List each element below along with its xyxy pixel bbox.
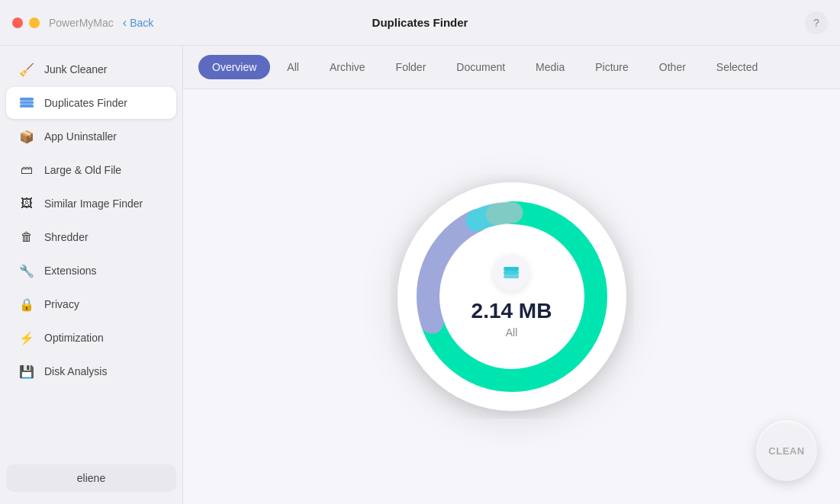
chevron-left-icon: ‹ (123, 16, 127, 30)
sidebar-item-label: Junk Cleaner (44, 63, 108, 75)
minimize-button[interactable] (29, 18, 40, 28)
donut-center: 2.14 MB All (471, 255, 552, 339)
tab-archive[interactable]: Archive (316, 55, 379, 79)
sidebar-item-extensions[interactable]: 🔧Extensions (6, 255, 176, 287)
svg-rect-2 (20, 98, 34, 101)
donut-chart: 2.14 MB All (390, 175, 634, 419)
sidebar-item-label: Extensions (44, 265, 96, 277)
user-button[interactable]: eliene (6, 464, 176, 492)
optimization-icon: ⚡ (18, 329, 35, 346)
tabs-bar: OverviewAllArchiveFolderDocumentMediaPic… (183, 46, 840, 89)
sidebar-item-label: Disk Analysis (44, 365, 107, 377)
privacy-icon: 🔒 (18, 296, 35, 313)
sidebar-item-label: Similar Image Finder (44, 197, 143, 210)
duplicates-finder-icon (18, 95, 35, 111)
sidebar-item-label: Large & Old File (44, 164, 121, 176)
sidebar-item-junk-cleaner[interactable]: 🧹Junk Cleaner (6, 53, 176, 85)
tab-other[interactable]: Other (645, 55, 700, 79)
sidebar-item-label: Privacy (44, 298, 79, 310)
tab-document[interactable]: Document (443, 55, 519, 79)
main-layout: 🧹Junk CleanerDuplicates Finder📦App Unins… (0, 46, 840, 504)
tab-all[interactable]: All (273, 55, 313, 79)
total-size: 2.14 MB (471, 300, 552, 322)
sidebar-item-optimization[interactable]: ⚡Optimization (6, 322, 176, 354)
large-old-file-icon: 🗃 (18, 162, 35, 178)
sidebar-item-disk-analysis[interactable]: 💾Disk Analysis (6, 355, 176, 387)
help-button[interactable]: ? (805, 11, 828, 34)
tab-folder[interactable]: Folder (382, 55, 440, 79)
app-uninstaller-icon: 📦 (18, 128, 35, 145)
titlebar: PowerMyMac ‹ Back Duplicates Finder ? (0, 0, 840, 46)
svg-rect-11 (504, 267, 519, 271)
sidebar-item-similar-image-finder[interactable]: 🖼Similar Image Finder (6, 188, 176, 220)
sidebar: 🧹Junk CleanerDuplicates Finder📦App Unins… (0, 46, 183, 504)
chart-area: 2.14 MB All CLEAN (183, 89, 840, 504)
svg-rect-0 (20, 104, 34, 108)
extensions-icon: 🔧 (18, 262, 35, 279)
sidebar-item-duplicates-finder[interactable]: Duplicates Finder (6, 87, 176, 119)
junk-cleaner-icon: 🧹 (18, 61, 35, 78)
shredder-icon: 🗑 (18, 229, 35, 246)
back-button[interactable]: ‹ Back (123, 16, 153, 30)
similar-image-finder-icon: 🖼 (18, 195, 35, 212)
tab-selected[interactable]: Selected (703, 55, 771, 79)
tab-overview[interactable]: Overview (198, 55, 270, 79)
disk-analysis-icon: 💾 (18, 363, 35, 380)
duplicates-icon (493, 255, 529, 291)
sidebar-item-label: Optimization (44, 332, 104, 344)
sidebar-item-label: App Uninstaller (44, 130, 117, 143)
total-label: All (506, 326, 518, 339)
tab-media[interactable]: Media (522, 55, 578, 79)
svg-rect-1 (20, 101, 34, 104)
close-button[interactable] (12, 18, 23, 28)
sidebar-item-large-old-file[interactable]: 🗃Large & Old File (6, 154, 176, 186)
sidebar-item-label: Duplicates Finder (44, 97, 127, 109)
back-label: Back (130, 17, 153, 29)
window-title: Duplicates Finder (372, 16, 468, 29)
traffic-lights (12, 18, 40, 28)
svg-rect-9 (504, 274, 519, 278)
clean-button[interactable]: CLEAN (756, 420, 817, 481)
tab-picture[interactable]: Picture (581, 55, 642, 79)
app-name: PowerMyMac (49, 17, 114, 29)
sidebar-item-privacy[interactable]: 🔒Privacy (6, 288, 176, 320)
content-area: OverviewAllArchiveFolderDocumentMediaPic… (183, 46, 840, 504)
sidebar-item-app-uninstaller[interactable]: 📦App Uninstaller (6, 120, 176, 152)
sidebar-item-shredder[interactable]: 🗑Shredder (6, 221, 176, 253)
svg-rect-10 (504, 271, 519, 274)
sidebar-item-label: Shredder (44, 231, 89, 243)
sidebar-bottom: eliene (0, 458, 182, 498)
